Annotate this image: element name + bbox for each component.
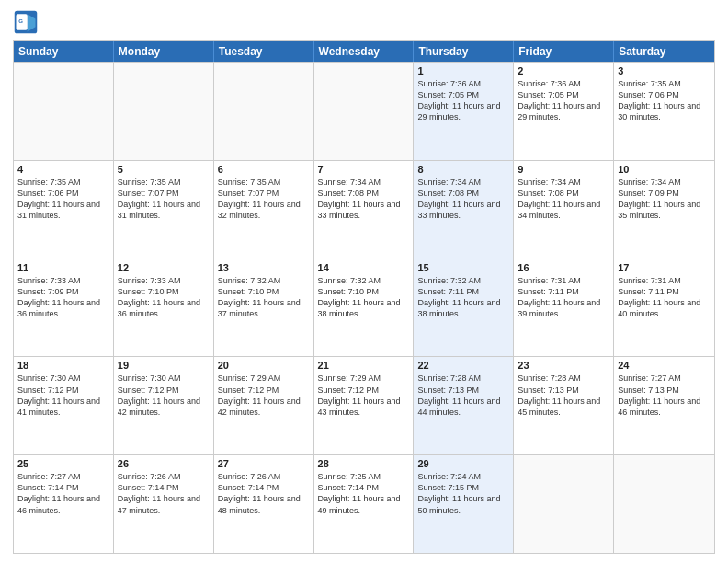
day-number: 29	[417, 458, 509, 469]
day-number: 25	[17, 458, 109, 469]
cal-cell: 3Sunrise: 7:35 AM Sunset: 7:06 PM Daylig…	[614, 63, 714, 160]
day-info: Sunrise: 7:34 AM Sunset: 7:08 PM Dayligh…	[518, 177, 609, 222]
day-number: 20	[218, 360, 310, 371]
calendar: SundayMondayTuesdayWednesdayThursdayFrid…	[13, 40, 715, 554]
day-info: Sunrise: 7:27 AM Sunset: 7:13 PM Dayligh…	[618, 373, 711, 418]
day-info: Sunrise: 7:30 AM Sunset: 7:12 PM Dayligh…	[118, 373, 210, 418]
logo: G	[13, 9, 42, 35]
day-number: 17	[618, 262, 711, 273]
cal-cell: 19Sunrise: 7:30 AM Sunset: 7:12 PM Dayli…	[114, 357, 214, 454]
day-number: 22	[417, 360, 509, 371]
day-info: Sunrise: 7:36 AM Sunset: 7:05 PM Dayligh…	[518, 78, 609, 123]
cal-cell: 24Sunrise: 7:27 AM Sunset: 7:13 PM Dayli…	[614, 357, 714, 454]
cal-cell: 11Sunrise: 7:33 AM Sunset: 7:09 PM Dayli…	[14, 259, 114, 357]
day-number: 18	[17, 360, 109, 371]
day-info: Sunrise: 7:35 AM Sunset: 7:07 PM Dayligh…	[118, 177, 210, 222]
day-number: 7	[318, 164, 410, 175]
day-number: 15	[417, 262, 509, 273]
day-info: Sunrise: 7:32 AM Sunset: 7:10 PM Dayligh…	[318, 275, 410, 320]
day-number: 12	[118, 262, 210, 273]
cal-cell: 6Sunrise: 7:35 AM Sunset: 7:07 PM Daylig…	[214, 161, 314, 259]
day-number: 10	[618, 164, 711, 175]
day-info: Sunrise: 7:26 AM Sunset: 7:14 PM Dayligh…	[118, 471, 210, 516]
cal-cell: 23Sunrise: 7:28 AM Sunset: 7:13 PM Dayli…	[514, 357, 614, 454]
cal-cell	[114, 63, 214, 160]
day-number: 19	[118, 360, 210, 371]
day-info: Sunrise: 7:31 AM Sunset: 7:11 PM Dayligh…	[618, 275, 711, 320]
day-info: Sunrise: 7:32 AM Sunset: 7:10 PM Dayligh…	[218, 275, 310, 320]
day-info: Sunrise: 7:33 AM Sunset: 7:09 PM Dayligh…	[17, 275, 109, 320]
cal-cell	[314, 63, 415, 160]
cal-cell: 21Sunrise: 7:29 AM Sunset: 7:12 PM Dayli…	[314, 357, 415, 454]
header: G	[13, 9, 715, 35]
cal-header-cell: Friday	[514, 41, 614, 62]
cal-cell: 28Sunrise: 7:25 AM Sunset: 7:14 PM Dayli…	[314, 455, 415, 553]
day-info: Sunrise: 7:27 AM Sunset: 7:14 PM Dayligh…	[17, 471, 109, 516]
cal-cell: 8Sunrise: 7:34 AM Sunset: 7:08 PM Daylig…	[414, 161, 514, 259]
cal-header-cell: Sunday	[14, 41, 114, 62]
day-info: Sunrise: 7:35 AM Sunset: 7:06 PM Dayligh…	[618, 78, 711, 123]
cal-cell: 9Sunrise: 7:34 AM Sunset: 7:08 PM Daylig…	[514, 161, 614, 259]
cal-cell: 2Sunrise: 7:36 AM Sunset: 7:05 PM Daylig…	[514, 63, 614, 160]
day-number: 16	[518, 262, 609, 273]
cal-cell: 14Sunrise: 7:32 AM Sunset: 7:10 PM Dayli…	[314, 259, 415, 357]
cal-row: 11Sunrise: 7:33 AM Sunset: 7:09 PM Dayli…	[14, 259, 714, 357]
day-number: 5	[118, 164, 210, 175]
logo-icon: G	[13, 9, 39, 35]
cal-cell: 29Sunrise: 7:24 AM Sunset: 7:15 PM Dayli…	[414, 455, 514, 553]
day-info: Sunrise: 7:36 AM Sunset: 7:05 PM Dayligh…	[417, 78, 509, 123]
cal-cell: 22Sunrise: 7:28 AM Sunset: 7:13 PM Dayli…	[414, 357, 514, 454]
day-number: 3	[618, 65, 711, 76]
day-info: Sunrise: 7:25 AM Sunset: 7:14 PM Dayligh…	[318, 471, 410, 516]
day-number: 28	[318, 458, 410, 469]
day-info: Sunrise: 7:29 AM Sunset: 7:12 PM Dayligh…	[318, 373, 410, 418]
cal-cell: 7Sunrise: 7:34 AM Sunset: 7:08 PM Daylig…	[314, 161, 415, 259]
day-info: Sunrise: 7:35 AM Sunset: 7:06 PM Dayligh…	[17, 177, 109, 222]
cal-cell: 13Sunrise: 7:32 AM Sunset: 7:10 PM Dayli…	[214, 259, 314, 357]
day-info: Sunrise: 7:28 AM Sunset: 7:13 PM Dayligh…	[417, 373, 509, 418]
cal-cell: 26Sunrise: 7:26 AM Sunset: 7:14 PM Dayli…	[114, 455, 214, 553]
cal-header-cell: Saturday	[614, 41, 714, 62]
day-info: Sunrise: 7:24 AM Sunset: 7:15 PM Dayligh…	[417, 471, 509, 516]
day-number: 23	[518, 360, 609, 371]
cal-cell	[514, 455, 614, 553]
cal-header-cell: Thursday	[414, 41, 514, 62]
day-number: 26	[118, 458, 210, 469]
cal-cell: 16Sunrise: 7:31 AM Sunset: 7:11 PM Dayli…	[514, 259, 614, 357]
cal-cell	[614, 455, 714, 553]
cal-row: 18Sunrise: 7:30 AM Sunset: 7:12 PM Dayli…	[14, 356, 714, 454]
calendar-header: SundayMondayTuesdayWednesdayThursdayFrid…	[14, 41, 714, 62]
svg-text:G: G	[18, 17, 23, 24]
cal-cell: 18Sunrise: 7:30 AM Sunset: 7:12 PM Dayli…	[14, 357, 114, 454]
day-info: Sunrise: 7:31 AM Sunset: 7:11 PM Dayligh…	[518, 275, 609, 320]
cal-header-cell: Wednesday	[314, 41, 415, 62]
day-info: Sunrise: 7:29 AM Sunset: 7:12 PM Dayligh…	[218, 373, 310, 418]
cal-cell: 17Sunrise: 7:31 AM Sunset: 7:11 PM Dayli…	[614, 259, 714, 357]
cal-row: 1Sunrise: 7:36 AM Sunset: 7:05 PM Daylig…	[14, 62, 714, 160]
cal-cell: 27Sunrise: 7:26 AM Sunset: 7:14 PM Dayli…	[214, 455, 314, 553]
day-info: Sunrise: 7:28 AM Sunset: 7:13 PM Dayligh…	[518, 373, 609, 418]
cal-cell: 5Sunrise: 7:35 AM Sunset: 7:07 PM Daylig…	[114, 161, 214, 259]
calendar-body: 1Sunrise: 7:36 AM Sunset: 7:05 PM Daylig…	[14, 62, 714, 553]
day-number: 21	[318, 360, 410, 371]
cal-cell	[214, 63, 314, 160]
cal-cell	[14, 63, 114, 160]
day-info: Sunrise: 7:34 AM Sunset: 7:08 PM Dayligh…	[417, 177, 509, 222]
cal-cell: 12Sunrise: 7:33 AM Sunset: 7:10 PM Dayli…	[114, 259, 214, 357]
day-info: Sunrise: 7:34 AM Sunset: 7:09 PM Dayligh…	[618, 177, 711, 222]
day-info: Sunrise: 7:33 AM Sunset: 7:10 PM Dayligh…	[118, 275, 210, 320]
cal-cell: 1Sunrise: 7:36 AM Sunset: 7:05 PM Daylig…	[414, 63, 514, 160]
day-number: 9	[518, 164, 609, 175]
page: G SundayMondayTuesdayWednesdayThursdayFr…	[0, 0, 728, 563]
cal-cell: 4Sunrise: 7:35 AM Sunset: 7:06 PM Daylig…	[14, 161, 114, 259]
cal-header-cell: Tuesday	[214, 41, 314, 62]
day-number: 14	[318, 262, 410, 273]
cal-cell: 20Sunrise: 7:29 AM Sunset: 7:12 PM Dayli…	[214, 357, 314, 454]
day-info: Sunrise: 7:35 AM Sunset: 7:07 PM Dayligh…	[218, 177, 310, 222]
cal-cell: 10Sunrise: 7:34 AM Sunset: 7:09 PM Dayli…	[614, 161, 714, 259]
cal-row: 4Sunrise: 7:35 AM Sunset: 7:06 PM Daylig…	[14, 160, 714, 259]
day-number: 27	[218, 458, 310, 469]
cal-cell: 25Sunrise: 7:27 AM Sunset: 7:14 PM Dayli…	[14, 455, 114, 553]
day-number: 2	[518, 65, 609, 76]
cal-header-cell: Monday	[114, 41, 214, 62]
